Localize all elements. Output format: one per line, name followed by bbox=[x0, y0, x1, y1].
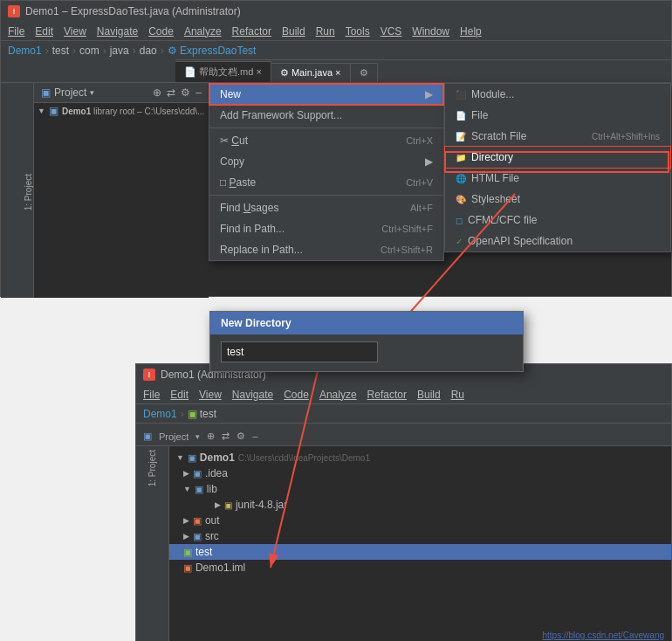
jar-icon: ▣ bbox=[224, 500, 232, 510]
root-folder-icon: ▣ bbox=[49, 105, 58, 117]
menu-help[interactable]: Help bbox=[460, 25, 482, 38]
breadcrumb-file[interactable]: ⚙ ExpressDaoTest bbox=[168, 45, 257, 57]
breadcrumb-demo1[interactable]: Demo1 bbox=[8, 45, 42, 57]
ctx-new-scratch[interactable]: 📝 Scratch File Ctrl+Alt+Shift+Ins bbox=[445, 126, 670, 147]
menu-code[interactable]: Code bbox=[148, 25, 174, 38]
tree-row-idea[interactable]: ▶ ▣ .idea bbox=[169, 465, 671, 481]
tree-row-test[interactable]: ▣ test bbox=[169, 544, 671, 560]
ctx-new[interactable]: New ▶ bbox=[209, 84, 443, 105]
tree-row-out[interactable]: ▶ ▣ out bbox=[169, 513, 671, 528]
minimize-icon[interactable]: – bbox=[195, 86, 202, 99]
breadcrumb-dao[interactable]: dao bbox=[140, 45, 157, 57]
tree-row-jar[interactable]: ▶ ▣ junit-4.8.jar bbox=[169, 497, 671, 513]
root-path: C:\Users\cdd\IdeaProjects\Demo1 bbox=[238, 453, 370, 463]
b-breadcrumb-test[interactable]: ▣ test bbox=[188, 408, 216, 420]
html-icon: 🌐 bbox=[456, 174, 466, 183]
title-bar: ! Demo1 – ExpressDaoTest.java (Administr… bbox=[1, 1, 671, 22]
bottom-left-sidebar: 1: Project bbox=[136, 446, 169, 641]
ctx-replace-path[interactable]: Replace in Path... Ctrl+Shift+R bbox=[209, 239, 443, 260]
tab-helpmd[interactable]: 📄 帮助文档.md × bbox=[175, 61, 271, 82]
breadcrumb-bar: Demo1 › test › com › java › dao › ⚙ Expr… bbox=[1, 41, 671, 60]
b-split-icon[interactable]: ⇄ bbox=[222, 431, 230, 442]
menu-vcs[interactable]: VCS bbox=[381, 25, 402, 38]
b-menu-view[interactable]: View bbox=[199, 389, 222, 401]
b-settings-icon[interactable]: ⚙ bbox=[237, 431, 245, 442]
watermark: https://blog.csdn.net/Cavewang bbox=[542, 631, 664, 640]
tree-row-iml[interactable]: ▣ Demo1.iml bbox=[169, 560, 671, 576]
breadcrumb-com[interactable]: com bbox=[79, 45, 99, 57]
breadcrumb-java[interactable]: java bbox=[110, 45, 129, 57]
menu-analyze[interactable]: Analyze bbox=[184, 25, 222, 38]
tree-row-src[interactable]: ▶ ▣ src bbox=[169, 528, 671, 544]
directory-name-input[interactable] bbox=[221, 341, 378, 362]
b-menu-build[interactable]: Build bbox=[417, 389, 441, 401]
tab-mainjava[interactable]: ⚙ Main.java × bbox=[271, 63, 351, 82]
out-folder-icon: ▣ bbox=[193, 515, 202, 527]
ctx-add-framework[interactable]: Add Framework Support... bbox=[209, 105, 443, 126]
jar-label: junit-4.8.jar bbox=[236, 499, 287, 511]
folder-icon: ▣ bbox=[41, 86, 51, 99]
ctx-paste[interactable]: □ Paste Ctrl+V bbox=[209, 172, 443, 193]
window-title: Demo1 – ExpressDaoTest.java (Administrat… bbox=[25, 5, 241, 17]
tree-row-demo1[interactable]: ▼ ▣ Demo1 C:\Users\cdd\IdeaProjects\Demo… bbox=[169, 450, 671, 465]
project-label[interactable]: Project bbox=[54, 86, 86, 99]
root-label: Demo1 library root – C:\Users\cdd\... bbox=[62, 107, 204, 116]
menu-view[interactable]: View bbox=[64, 25, 86, 38]
add-icon[interactable]: ⊕ bbox=[153, 86, 161, 99]
menu-refactor[interactable]: Refactor bbox=[232, 25, 271, 38]
menu-edit[interactable]: Edit bbox=[35, 25, 53, 38]
idea-expand: ▶ bbox=[183, 469, 189, 478]
ctx-new-cfml[interactable]: ◻ CFML/CFC file bbox=[445, 210, 670, 231]
ctx-copy[interactable]: Copy ▶ bbox=[209, 151, 443, 172]
bottom-tabs-bar: ▣ Project ▾ ⊕ ⇄ ⚙ – bbox=[136, 424, 671, 446]
menu-file[interactable]: File bbox=[8, 25, 24, 38]
left-sidebar: 1: Project bbox=[1, 83, 34, 298]
ctx-new-module[interactable]: ⬛ Module... bbox=[445, 84, 670, 105]
menu-run[interactable]: Run bbox=[316, 25, 335, 38]
tab-more[interactable]: ⚙ bbox=[351, 63, 378, 82]
cfml-icon: ◻ bbox=[456, 216, 463, 225]
settings-icon[interactable]: ⚙ bbox=[181, 86, 190, 99]
menu-navigate[interactable]: Navigate bbox=[97, 25, 138, 38]
out-label: out bbox=[205, 514, 220, 527]
breadcrumb-test[interactable]: test bbox=[52, 45, 69, 57]
b-add-icon[interactable]: ⊕ bbox=[207, 431, 215, 442]
b-menu-edit[interactable]: Edit bbox=[170, 389, 189, 401]
menu-window[interactable]: Window bbox=[412, 25, 449, 38]
src-folder-icon: ▣ bbox=[193, 531, 202, 542]
idea-label: .idea bbox=[205, 467, 228, 479]
project-header: ▣ Project ▾ ⊕ ⇄ ⚙ – bbox=[34, 83, 209, 103]
css-icon: 🎨 bbox=[456, 195, 466, 204]
ctx-find-usages[interactable]: Find Usages Alt+F bbox=[209, 197, 443, 218]
tree-root[interactable]: ▼ ▣ Demo1 library root – C:\Users\cdd\..… bbox=[34, 103, 209, 119]
split-icon[interactable]: ⇄ bbox=[167, 86, 175, 99]
b-menu-navigate[interactable]: Navigate bbox=[232, 389, 273, 401]
b-project-label[interactable]: Project bbox=[159, 431, 189, 442]
ctx-new-directory[interactable]: 📁 Directory bbox=[445, 147, 670, 168]
b-menu-refactor[interactable]: Refactor bbox=[367, 389, 407, 401]
b-breadcrumb-demo1[interactable]: Demo1 bbox=[143, 408, 177, 420]
b-menu-code[interactable]: Code bbox=[284, 389, 309, 401]
test-label: test bbox=[195, 546, 212, 558]
bottom-breadcrumb: Demo1 › ▣ test bbox=[136, 404, 671, 424]
ctx-cut[interactable]: ✂ Cut Ctrl+X bbox=[209, 130, 443, 151]
ctx-new-css[interactable]: 🎨 Stylesheet bbox=[445, 189, 670, 210]
menu-build[interactable]: Build bbox=[282, 25, 305, 38]
tree-row-lib[interactable]: ▼ ▣ lib bbox=[169, 481, 671, 497]
ctx-new-openapi[interactable]: ✓ OpenAPI Specification bbox=[445, 231, 670, 252]
menu-tools[interactable]: Tools bbox=[346, 25, 370, 38]
ctx-new-label: New bbox=[220, 88, 241, 100]
b-menu-ru[interactable]: Ru bbox=[451, 389, 464, 401]
b-menu-analyze[interactable]: Analyze bbox=[319, 389, 357, 401]
b-menu-file[interactable]: File bbox=[143, 389, 160, 401]
ide-main-area: 1: Project ▣ Project ▾ ⊕ ⇄ ⚙ – ▼ ▣ Demo1… bbox=[1, 83, 671, 298]
b-minimize-icon[interactable]: – bbox=[252, 431, 257, 442]
ctx-new-html[interactable]: 🌐 HTML File bbox=[445, 168, 670, 189]
scratch-icon: 📝 bbox=[456, 132, 466, 141]
jar-expand: ▶ bbox=[215, 500, 221, 509]
ctx-new-file[interactable]: 📄 File bbox=[445, 105, 670, 126]
ctx-find-path[interactable]: Find in Path... Ctrl+Shift+F bbox=[209, 218, 443, 239]
b-dropdown: ▾ bbox=[195, 432, 200, 441]
sidebar-project-label: 1: Project bbox=[24, 174, 33, 210]
lib-label: lib bbox=[207, 483, 217, 495]
